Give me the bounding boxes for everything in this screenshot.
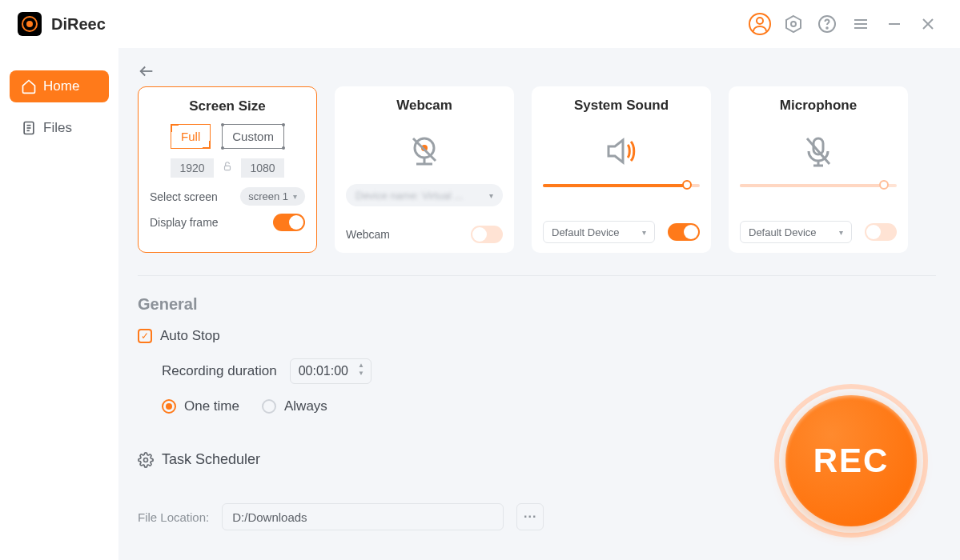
display-frame-toggle[interactable] bbox=[273, 214, 305, 231]
back-arrow-icon[interactable] bbox=[138, 62, 155, 80]
system-volume-slider[interactable] bbox=[543, 184, 700, 187]
card-title: Microphone bbox=[780, 98, 857, 114]
card-system-sound: System Sound Default Device ▾ bbox=[532, 86, 711, 253]
device-value: Default Device bbox=[749, 226, 817, 238]
close-icon[interactable] bbox=[914, 10, 942, 38]
screen-full-button[interactable]: Full bbox=[171, 124, 211, 149]
sidebar-item-home[interactable]: Home bbox=[10, 70, 109, 102]
sidebar: Home Files bbox=[0, 48, 118, 560]
device-value: Default Device bbox=[552, 226, 620, 238]
svg-point-2 bbox=[791, 22, 796, 26]
file-location-label: File Location: bbox=[138, 510, 209, 524]
screen-select[interactable]: screen 1 ▾ bbox=[240, 187, 305, 206]
one-time-radio[interactable] bbox=[162, 399, 176, 414]
card-microphone: Microphone Default Device ▾ bbox=[729, 86, 908, 253]
width-input[interactable] bbox=[171, 158, 214, 178]
divider bbox=[138, 275, 936, 276]
app-name: DiReec bbox=[51, 15, 106, 34]
svg-point-0 bbox=[757, 18, 763, 24]
task-scheduler-label: Task Scheduler bbox=[162, 451, 260, 468]
browse-button[interactable]: ··· bbox=[516, 503, 544, 530]
duration-input[interactable]: 00:01:00 ▲▼ bbox=[290, 358, 372, 384]
card-title: System Sound bbox=[574, 98, 669, 114]
stepper-icon[interactable]: ▲▼ bbox=[358, 362, 364, 377]
microphone-device-select[interactable]: Default Device ▾ bbox=[740, 221, 852, 243]
svg-marker-1 bbox=[786, 16, 801, 32]
height-input[interactable] bbox=[241, 158, 284, 178]
file-icon bbox=[21, 120, 37, 136]
webcam-device-select[interactable]: Device name: Virtual ... ▾ bbox=[346, 184, 503, 206]
record-button-ring: REC bbox=[774, 384, 928, 538]
sidebar-item-files[interactable]: Files bbox=[10, 112, 109, 144]
auto-stop-checkbox[interactable]: ✓ bbox=[138, 329, 152, 343]
file-location-input[interactable]: D:/Downloads bbox=[222, 503, 504, 530]
webcam-off-icon bbox=[405, 123, 444, 179]
system-sound-device-select[interactable]: Default Device ▾ bbox=[543, 221, 655, 243]
sidebar-item-label: Home bbox=[43, 78, 79, 94]
select-screen-label: Select screen bbox=[150, 190, 218, 203]
auto-stop-label: Auto Stop bbox=[160, 328, 220, 344]
duration-value: 00:01:00 bbox=[299, 364, 348, 378]
settings-icon[interactable] bbox=[779, 10, 808, 38]
system-sound-toggle[interactable] bbox=[668, 223, 700, 241]
account-icon[interactable] bbox=[745, 10, 774, 38]
home-icon bbox=[21, 78, 37, 94]
webcam-label: Webcam bbox=[346, 228, 390, 241]
svg-rect-16 bbox=[225, 166, 231, 170]
always-radio[interactable] bbox=[262, 399, 276, 414]
app-logo bbox=[18, 12, 42, 36]
gear-icon bbox=[138, 452, 154, 468]
svg-point-4 bbox=[826, 27, 828, 29]
one-time-label: One time bbox=[184, 398, 239, 414]
custom-label: Custom bbox=[232, 130, 274, 143]
menu-icon[interactable] bbox=[846, 10, 875, 38]
screen-value: screen 1 bbox=[248, 190, 288, 202]
screen-custom-button[interactable]: Custom bbox=[222, 124, 284, 149]
microphone-off-icon bbox=[799, 123, 837, 179]
microphone-toggle[interactable] bbox=[865, 223, 897, 241]
help-icon[interactable] bbox=[813, 10, 842, 38]
always-label: Always bbox=[284, 398, 327, 414]
speaker-icon bbox=[602, 123, 641, 179]
chevron-down-icon: ▾ bbox=[642, 228, 646, 237]
mic-volume-slider[interactable] bbox=[740, 184, 897, 187]
lock-icon[interactable] bbox=[222, 161, 233, 175]
card-title: Webcam bbox=[396, 98, 452, 114]
record-button[interactable]: REC bbox=[785, 395, 917, 526]
chevron-down-icon: ▾ bbox=[293, 192, 297, 201]
duration-label: Recording duration bbox=[162, 363, 277, 379]
sidebar-item-label: Files bbox=[43, 120, 72, 136]
minimize-icon[interactable] bbox=[880, 10, 909, 38]
webcam-device-value: Device name: Virtual ... bbox=[355, 190, 463, 202]
main-panel: Screen Size Full Custom Select bbox=[118, 48, 960, 560]
display-frame-label: Display frame bbox=[150, 216, 219, 229]
record-label: REC bbox=[813, 442, 890, 480]
svg-point-22 bbox=[144, 458, 148, 462]
chevron-down-icon: ▾ bbox=[489, 191, 493, 200]
chevron-down-icon: ▾ bbox=[839, 228, 843, 237]
webcam-toggle[interactable] bbox=[471, 226, 503, 243]
card-webcam: Webcam Device name: Virtual ... ▾ Webcam bbox=[335, 86, 514, 253]
general-title: General bbox=[138, 295, 936, 314]
card-title: Screen Size bbox=[189, 98, 265, 114]
card-screen-size: Screen Size Full Custom Select bbox=[138, 86, 317, 253]
file-location-value: D:/Downloads bbox=[232, 510, 307, 524]
titlebar: DiReec bbox=[0, 0, 960, 48]
